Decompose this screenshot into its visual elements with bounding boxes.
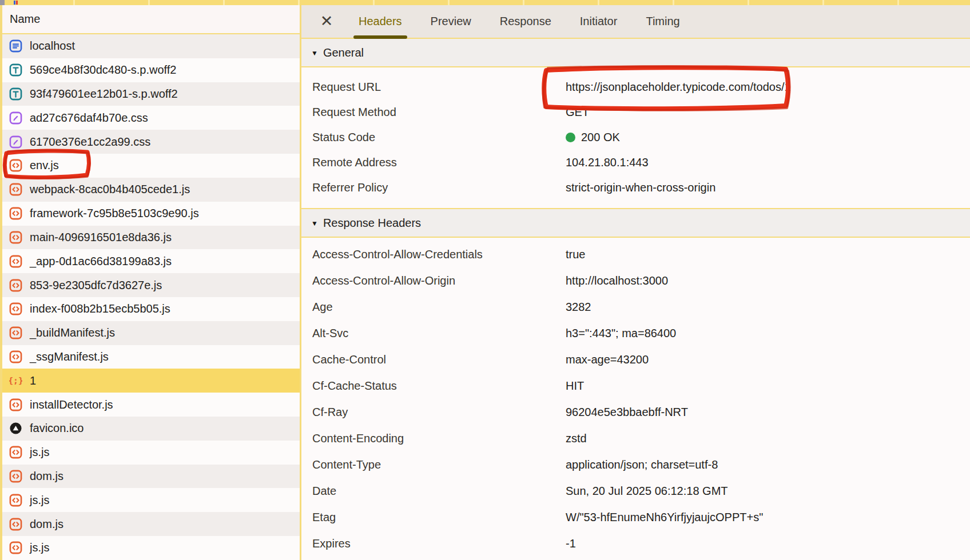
header-name: Date (312, 485, 566, 498)
network-request-row[interactable]: 93f479601ee12b01-s.p.woff2 (2, 82, 300, 106)
tab-headers[interactable]: Headers (359, 5, 402, 38)
tab-label: Preview (431, 15, 471, 28)
header-value-text: 200 OK (581, 131, 620, 144)
tab-timing[interactable]: Timing (646, 5, 679, 38)
detail-tabbar: ✕ Headers Preview Response Initiator Tim… (301, 5, 970, 39)
network-request-row[interactable]: 569ce4b8f30dc480-s.p.woff2 (2, 58, 300, 82)
tab-initiator[interactable]: Initiator (580, 5, 618, 38)
header-name: Expires (312, 537, 566, 550)
js-file-icon (9, 159, 22, 172)
section-title: General (323, 46, 364, 59)
request-name: 1 (30, 374, 36, 387)
js-file-icon (9, 255, 22, 268)
tab-response[interactable]: Response (500, 5, 551, 38)
header-value: Sun, 20 Jul 2025 06:12:18 GMT (566, 485, 728, 498)
header-name: Referrer Policy (312, 181, 566, 194)
header-value: 3282 (566, 301, 591, 314)
header-name: Alt-Svc (312, 327, 566, 340)
section-header-general[interactable]: ▼ General (301, 39, 970, 67)
general-rows: Request URL https://jsonplaceholder.typi… (301, 67, 970, 209)
network-request-row[interactable]: localhost (2, 34, 300, 58)
header-value: zstd (566, 432, 587, 445)
tab-label: Initiator (580, 15, 618, 28)
header-name: Access-Control-Allow-Credentials (312, 248, 566, 261)
header-row: Date Sun, 20 Jul 2025 06:12:18 GMT (301, 478, 970, 504)
network-request-row[interactable]: dom.js (2, 465, 300, 489)
header-row: Age 3282 (301, 294, 970, 320)
response-header-rows: Access-Control-Allow-Credentials true Ac… (301, 238, 970, 557)
network-request-row[interactable]: 6170e376e1cc2a99.css (2, 130, 300, 154)
requests-pane: Name localhost 569ce4b8f30dc480-s.p.woff… (0, 5, 300, 560)
network-request-row[interactable]: framework-7c95b8e5103c9e90.js (2, 202, 300, 226)
header-value-text: https://jsonplaceholder.typicode.com/tod… (566, 81, 791, 94)
header-value-text: strict-origin-when-cross-origin (566, 181, 715, 194)
network-request-row[interactable]: dom.js (2, 512, 300, 536)
request-name: dom.js (30, 518, 63, 531)
header-name: Content-Encoding (312, 432, 566, 445)
section-header-response-headers[interactable]: ▼ Response Headers (301, 209, 970, 238)
header-row: Content-Type application/json; charset=u… (301, 451, 970, 478)
header-row: Access-Control-Allow-Origin http://local… (301, 267, 970, 294)
header-row: Remote Address 104.21.80.1:443 (301, 150, 970, 175)
header-value: -1 (566, 537, 576, 550)
header-value-text: GET (566, 106, 589, 119)
header-value-text: zstd (566, 432, 587, 445)
request-name: installDetector.js (30, 398, 113, 411)
favicon-file-icon (9, 422, 22, 435)
js-file-icon (9, 207, 22, 220)
request-name: localhost (30, 39, 75, 53)
request-name: _buildManifest.js (30, 326, 115, 339)
header-value-text: 3282 (566, 301, 591, 314)
network-request-row-selected[interactable]: {;} 1 (2, 369, 300, 393)
tab-preview[interactable]: Preview (431, 5, 471, 38)
network-request-row[interactable]: installDetector.js (2, 393, 300, 417)
network-request-row[interactable]: 853-9e2305dfc7d3627e.js (2, 273, 300, 297)
network-overview-strip[interactable] (0, 0, 970, 5)
request-name: 853-9e2305dfc7d3627e.js (30, 279, 162, 292)
js-file-icon (9, 350, 22, 363)
header-value-text: HIT (566, 379, 584, 393)
header-row: Expires -1 (301, 530, 970, 557)
name-column-header[interactable]: Name (2, 5, 300, 34)
js-file-icon (9, 494, 22, 507)
header-row: Request Method GET (301, 99, 970, 125)
js-file-icon (9, 446, 22, 459)
network-request-row[interactable]: index-f008b2b15ecb5b05.js (2, 297, 300, 321)
document-file-icon (9, 39, 22, 53)
network-request-row[interactable]: env.js (2, 154, 300, 178)
tab-label: Timing (646, 15, 679, 28)
header-name: Cf-Ray (312, 406, 566, 419)
network-request-row[interactable]: _app-0d1ac66d38199a83.js (2, 249, 300, 273)
network-request-row[interactable]: ad27c676daf4b70e.css (2, 106, 300, 130)
disclosure-triangle-icon: ▼ (311, 219, 318, 227)
request-name: _app-0d1ac66d38199a83.js (30, 255, 172, 268)
close-icon[interactable]: ✕ (319, 13, 335, 30)
network-request-row[interactable]: favicon.ico (2, 417, 300, 441)
overview-segment-lines (0, 0, 970, 5)
request-name: webpack-8cac0b4b405cede1.js (30, 183, 190, 196)
js-file-icon (9, 541, 22, 554)
header-value-text: 96204e5e3bbaebff-NRT (566, 406, 688, 419)
devtools-network-panel: Name localhost 569ce4b8f30dc480-s.p.woff… (0, 0, 970, 560)
network-request-row[interactable]: js.js (2, 536, 300, 560)
network-request-row[interactable]: webpack-8cac0b4b405cede1.js (2, 178, 300, 202)
network-request-row[interactable]: main-4096916501e8da36.js (2, 226, 300, 250)
request-name: 93f479601ee12b01-s.p.woff2 (30, 87, 178, 101)
header-name: Age (312, 301, 566, 314)
request-name: framework-7c95b8e5103c9e90.js (30, 207, 199, 220)
name-column-label: Name (10, 13, 40, 26)
network-request-row[interactable]: _buildManifest.js (2, 321, 300, 345)
network-request-row[interactable]: _ssgManifest.js (2, 345, 300, 369)
request-name: favicon.ico (30, 422, 84, 435)
header-value-text: W/"53-hfEnumeNh6YirfjyjaujcOPPT+s" (566, 511, 763, 524)
header-value-text: max-age=43200 (566, 353, 649, 366)
header-value: true (566, 248, 585, 261)
header-name: Content-Type (312, 458, 566, 471)
request-name: _ssgManifest.js (30, 350, 109, 363)
header-value-text: 104.21.80.1:443 (566, 156, 649, 169)
header-value-text: h3=":443"; ma=86400 (566, 327, 676, 340)
header-value: 200 OK (566, 131, 620, 144)
network-request-row[interactable]: js.js (2, 488, 300, 512)
network-request-row[interactable]: js.js (2, 441, 300, 465)
header-value: W/"53-hfEnumeNh6YirfjyjaujcOPPT+s" (566, 511, 763, 524)
